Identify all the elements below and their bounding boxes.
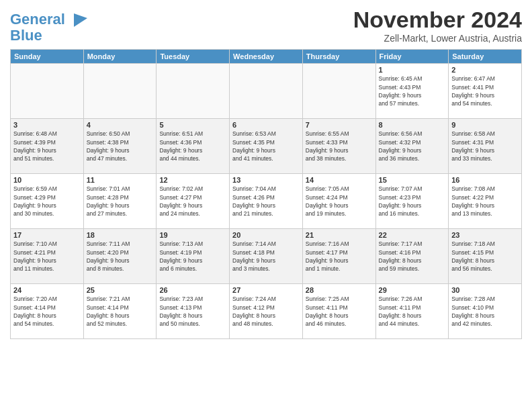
weekday-header-row: Sunday Monday Tuesday Wednesday Thursday… [11, 50, 522, 64]
day-number: 6 [232, 121, 300, 129]
day-info: Sunrise: 7:05 AMSunset: 4:24 PMDaylight:… [306, 185, 373, 218]
header-wednesday: Wednesday [230, 50, 303, 64]
table-row: 22Sunrise: 7:17 AMSunset: 4:16 PMDayligh… [375, 229, 449, 284]
day-info: Sunrise: 7:20 AMSunset: 4:14 PMDaylight:… [13, 295, 81, 328]
day-info: Sunrise: 7:16 AMSunset: 4:17 PMDaylight:… [306, 240, 373, 273]
day-info: Sunrise: 6:58 AMSunset: 4:31 PMDaylight:… [451, 130, 519, 163]
day-info: Sunrise: 7:17 AMSunset: 4:16 PMDaylight:… [379, 240, 446, 273]
header-saturday: Saturday [449, 50, 522, 64]
day-info: Sunrise: 7:25 AMSunset: 4:11 PMDaylight:… [306, 295, 373, 328]
day-number: 7 [306, 121, 373, 129]
table-row [83, 64, 157, 119]
day-info: Sunrise: 6:50 AMSunset: 4:38 PMDaylight:… [87, 130, 154, 163]
day-number: 26 [159, 286, 226, 294]
table-row: 16Sunrise: 7:08 AMSunset: 4:22 PMDayligh… [449, 174, 522, 229]
table-row: 24Sunrise: 7:20 AMSunset: 4:14 PMDayligh… [11, 284, 84, 339]
table-row: 13Sunrise: 7:04 AMSunset: 4:26 PMDayligh… [230, 174, 303, 229]
day-number: 12 [159, 176, 226, 184]
day-info: Sunrise: 6:55 AMSunset: 4:33 PMDaylight:… [306, 130, 373, 163]
table-row: 15Sunrise: 7:07 AMSunset: 4:23 PMDayligh… [375, 174, 449, 229]
day-info: Sunrise: 7:24 AMSunset: 4:12 PMDaylight:… [232, 295, 300, 328]
day-info: Sunrise: 7:02 AMSunset: 4:27 PMDaylight:… [159, 185, 226, 218]
table-row: 1Sunrise: 6:45 AMSunset: 4:43 PMDaylight… [375, 64, 449, 119]
day-info: Sunrise: 6:48 AMSunset: 4:39 PMDaylight:… [13, 130, 81, 163]
day-info: Sunrise: 6:45 AMSunset: 4:43 PMDaylight:… [379, 75, 446, 107]
calendar-week-row: 17Sunrise: 7:10 AMSunset: 4:21 PMDayligh… [11, 229, 522, 284]
day-number: 29 [379, 286, 446, 294]
day-number: 9 [451, 121, 519, 129]
day-info: Sunrise: 7:26 AMSunset: 4:11 PMDaylight:… [379, 295, 446, 328]
day-info: Sunrise: 6:51 AMSunset: 4:36 PMDaylight:… [159, 130, 226, 163]
day-info: Sunrise: 7:07 AMSunset: 4:23 PMDaylight:… [379, 185, 446, 218]
table-row: 27Sunrise: 7:24 AMSunset: 4:12 PMDayligh… [230, 284, 303, 339]
day-info: Sunrise: 6:53 AMSunset: 4:35 PMDaylight:… [232, 130, 300, 163]
table-row: 20Sunrise: 7:14 AMSunset: 4:18 PMDayligh… [230, 229, 303, 284]
day-number: 5 [159, 121, 226, 129]
day-number: 27 [232, 286, 300, 294]
month-title: November 2024 [353, 7, 522, 33]
day-number: 2 [451, 66, 519, 74]
table-row: 21Sunrise: 7:16 AMSunset: 4:17 PMDayligh… [302, 229, 375, 284]
day-number: 23 [451, 231, 519, 239]
page-header: General Blue November 2024 Zell-Markt, L… [10, 7, 522, 44]
day-number: 16 [451, 176, 519, 184]
day-number: 8 [379, 121, 446, 129]
table-row: 7Sunrise: 6:55 AMSunset: 4:33 PMDaylight… [302, 119, 375, 174]
day-info: Sunrise: 7:14 AMSunset: 4:18 PMDaylight:… [232, 240, 300, 273]
header-friday: Friday [375, 50, 449, 64]
header-thursday: Thursday [302, 50, 375, 64]
day-number: 30 [451, 286, 519, 294]
table-row: 14Sunrise: 7:05 AMSunset: 4:24 PMDayligh… [302, 174, 375, 229]
table-row: 28Sunrise: 7:25 AMSunset: 4:11 PMDayligh… [302, 284, 375, 339]
day-info: Sunrise: 7:21 AMSunset: 4:14 PMDaylight:… [87, 295, 154, 328]
calendar-table: Sunday Monday Tuesday Wednesday Thursday… [10, 49, 522, 339]
table-row: 18Sunrise: 7:11 AMSunset: 4:20 PMDayligh… [83, 229, 157, 284]
day-info: Sunrise: 7:08 AMSunset: 4:22 PMDaylight:… [451, 185, 519, 218]
day-number: 20 [232, 231, 300, 239]
day-info: Sunrise: 7:01 AMSunset: 4:28 PMDaylight:… [87, 185, 154, 218]
table-row: 12Sunrise: 7:02 AMSunset: 4:27 PMDayligh… [157, 174, 230, 229]
day-number: 22 [379, 231, 446, 239]
day-info: Sunrise: 7:10 AMSunset: 4:21 PMDaylight:… [13, 240, 81, 273]
table-row: 9Sunrise: 6:58 AMSunset: 4:31 PMDaylight… [449, 119, 522, 174]
day-number: 10 [13, 176, 81, 184]
location-subtitle: Zell-Markt, Lower Austria, Austria [353, 33, 522, 44]
title-block: November 2024 Zell-Markt, Lower Austria,… [353, 7, 522, 44]
day-info: Sunrise: 7:28 AMSunset: 4:10 PMDaylight:… [451, 295, 519, 328]
calendar-week-row: 3Sunrise: 6:48 AMSunset: 4:39 PMDaylight… [11, 119, 522, 174]
day-number: 24 [13, 286, 81, 294]
header-tuesday: Tuesday [157, 50, 230, 64]
table-row: 26Sunrise: 7:23 AMSunset: 4:13 PMDayligh… [157, 284, 230, 339]
table-row [302, 64, 375, 119]
table-row: 2Sunrise: 6:47 AMSunset: 4:41 PMDaylight… [449, 64, 522, 119]
table-row: 4Sunrise: 6:50 AMSunset: 4:38 PMDaylight… [83, 119, 157, 174]
day-number: 28 [306, 286, 373, 294]
logo-line1: General [10, 11, 65, 28]
table-row: 19Sunrise: 7:13 AMSunset: 4:19 PMDayligh… [157, 229, 230, 284]
day-info: Sunrise: 6:47 AMSunset: 4:41 PMDaylight:… [451, 75, 519, 107]
calendar-week-row: 10Sunrise: 6:59 AMSunset: 4:29 PMDayligh… [11, 174, 522, 229]
day-info: Sunrise: 7:18 AMSunset: 4:15 PMDaylight:… [451, 240, 519, 273]
table-row: 29Sunrise: 7:26 AMSunset: 4:11 PMDayligh… [375, 284, 449, 339]
day-number: 3 [13, 121, 81, 129]
table-row: 6Sunrise: 6:53 AMSunset: 4:35 PMDaylight… [230, 119, 303, 174]
day-number: 14 [306, 176, 373, 184]
table-row: 17Sunrise: 7:10 AMSunset: 4:21 PMDayligh… [11, 229, 84, 284]
logo: General Blue [10, 10, 91, 44]
table-row [11, 64, 84, 119]
day-number: 4 [87, 121, 154, 129]
day-number: 1 [379, 66, 446, 74]
day-number: 11 [87, 176, 154, 184]
day-number: 21 [306, 231, 373, 239]
table-row: 8Sunrise: 6:56 AMSunset: 4:32 PMDaylight… [375, 119, 449, 174]
day-number: 13 [232, 176, 300, 184]
day-number: 18 [87, 231, 154, 239]
table-row: 3Sunrise: 6:48 AMSunset: 4:39 PMDaylight… [11, 119, 84, 174]
logo-arrow-icon [71, 10, 91, 30]
day-number: 25 [87, 286, 154, 294]
header-monday: Monday [83, 50, 157, 64]
day-number: 19 [159, 231, 226, 239]
header-sunday: Sunday [11, 50, 84, 64]
day-number: 15 [379, 176, 446, 184]
table-row [230, 64, 303, 119]
